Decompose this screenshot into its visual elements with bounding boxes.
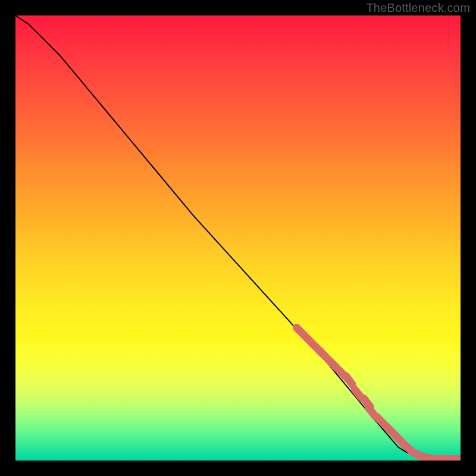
curve-line: [15, 15, 461, 459]
data-point: [437, 459, 448, 459]
data-point: [424, 457, 435, 459]
chart-svg: [15, 15, 461, 461]
plot-area: [15, 15, 461, 461]
attribution-watermark: TheBottleneck.com: [366, 1, 470, 15]
data-point: [411, 452, 421, 456]
data-point: [346, 376, 353, 384]
chart-frame: TheBottleneck.com: [0, 0, 476, 476]
